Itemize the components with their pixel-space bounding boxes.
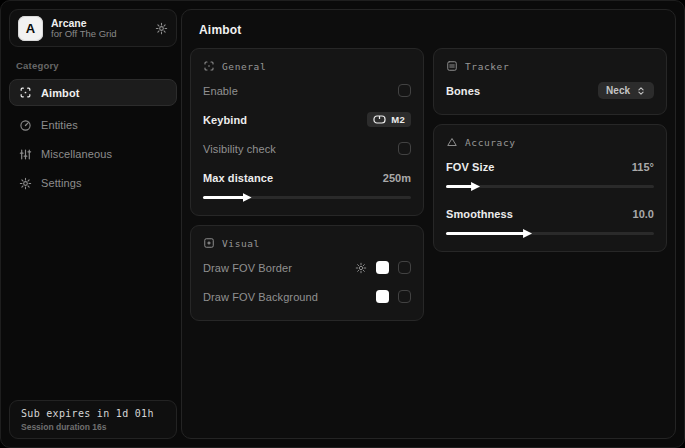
visual-card: Visual Draw FOV Border [190,225,424,321]
sidebar-item-miscellaneous[interactable]: Miscellaneous [9,141,177,167]
keybind-label: Keybind [203,114,247,126]
smoothness-slider[interactable] [446,229,654,238]
tracker-card-header: Tracker [446,60,654,72]
fov-size-slider[interactable] [446,182,654,191]
card-title: Visual [222,238,260,249]
fov-background-color-swatch[interactable] [376,290,389,303]
enable-row: Enable [203,80,411,101]
keybind-value: M2 [391,114,405,125]
max-distance-row: Max distance 250m [203,167,411,188]
visibility-check-checkbox[interactable] [398,142,411,155]
brand-name: Arcane [51,17,155,29]
smoothness-value: 10.0 [633,208,654,220]
gear-icon[interactable] [155,22,168,35]
draw-fov-background-checkbox[interactable] [398,290,411,303]
card-title: General [222,61,266,72]
bones-row: Bones Neck [446,80,654,101]
triangle-icon [446,136,458,148]
accuracy-card: Accuracy FOV Size 115° Smoothness [433,124,667,252]
right-column: Tracker Bones Neck [433,48,667,252]
brand-card: A Arcane for Off The Grid [9,9,177,47]
bones-label: Bones [446,85,480,97]
accuracy-card-header: Accuracy [446,136,654,148]
slider-fill [203,196,245,199]
smoothness-label: Smoothness [446,208,513,220]
fov-size-value: 115° [632,161,654,173]
smoothness-row: Smoothness 10.0 [446,203,654,224]
draw-fov-border-controls [355,261,411,274]
card-title: Accuracy [465,137,516,148]
slider-fill [446,232,525,235]
slider-thumb[interactable] [471,182,480,191]
draw-fov-background-label: Draw FOV Background [203,291,318,303]
enable-checkbox[interactable] [398,84,411,97]
keybind-button[interactable]: M2 [367,112,411,127]
left-column: General Enable Keybind [190,48,424,321]
sidebar-item-label: Entities [41,119,78,131]
slider-fill [446,185,473,188]
sidebar-item-aimbot[interactable]: Aimbot [9,79,177,106]
crosshair-scan-icon [19,86,32,99]
brand-logo: A [18,16,43,41]
visibility-check-label: Visibility check [203,143,276,155]
sidebar-item-label: Miscellaneous [41,148,112,160]
sidebar-item-label: Settings [41,177,82,189]
draw-fov-border-row: Draw FOV Border [203,257,411,278]
brand-subtitle: for Off The Grid [51,29,155,40]
fov-size-label: FOV Size [446,161,494,173]
bones-selected-value: Neck [606,85,630,96]
visual-card-header: Visual [203,237,411,249]
sidebar-item-label: Aimbot [41,87,79,99]
fov-size-row: FOV Size 115° [446,156,654,177]
bones-select[interactable]: Neck [598,82,654,99]
sub-expiry-text: Sub expires in 1d 01h [21,408,165,419]
sidebar: A Arcane for Off The Grid Category Aimbo [9,9,177,439]
panel-lines-icon [446,60,458,72]
draw-fov-background-row: Draw FOV Background [203,286,411,307]
general-card-header: General [203,60,411,72]
max-distance-value: 250m [383,172,411,184]
sidebar-item-settings[interactable]: Settings [9,170,177,196]
slider-thumb[interactable] [243,193,252,202]
slider-thumb[interactable] [523,229,532,238]
enable-label: Enable [203,85,238,97]
cards-grid: General Enable Keybind [190,48,667,321]
category-label: Category [16,60,177,71]
gear-icon[interactable] [355,262,367,274]
gear-icon [19,177,32,190]
keybind-row: Keybind M2 [203,109,411,130]
radar-icon [19,119,32,132]
sliders-icon [19,148,32,161]
sidebar-item-entities[interactable]: Entities [9,112,177,138]
visibility-check-row: Visibility check [203,138,411,159]
subscription-card: Sub expires in 1d 01h Session duration 1… [9,400,177,439]
max-distance-slider[interactable] [203,193,411,202]
general-card: General Enable Keybind [190,48,424,216]
main-panel: Aimbot General [181,9,676,439]
crosshair-scan-icon [203,60,215,72]
page-title: Aimbot [199,23,667,37]
draw-fov-background-controls [376,290,411,303]
draw-fov-border-checkbox[interactable] [398,261,411,274]
session-duration-text: Session duration 16s [21,422,165,432]
brand-text: Arcane for Off The Grid [51,17,155,40]
card-title: Tracker [465,61,509,72]
fov-border-color-swatch[interactable] [376,261,389,274]
mouse-icon [373,115,386,124]
tracker-card: Tracker Bones Neck [433,48,667,115]
draw-fov-border-label: Draw FOV Border [203,262,292,274]
unfold-icon [636,86,646,96]
max-distance-label: Max distance [203,172,273,184]
sparkle-square-icon [203,237,215,249]
app-window: A Arcane for Off The Grid Category Aimbo [0,0,685,448]
